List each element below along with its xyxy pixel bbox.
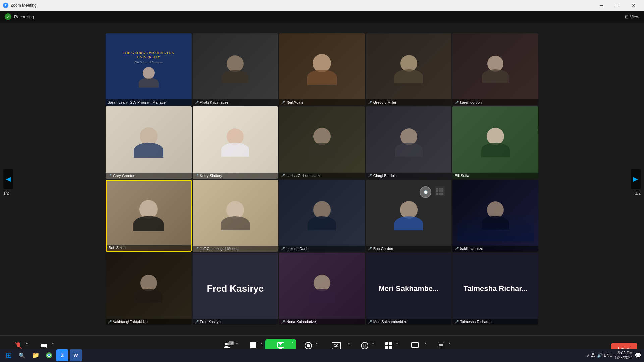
video-tile-jeff[interactable]: 🎤 Jeff Cummings | Mentor (193, 180, 278, 252)
mute-icon-akaki: 🎤 (195, 101, 199, 104)
video-tile-neil[interactable]: 🎤 Neil Agate (279, 33, 365, 105)
video-tile-kerry[interactable]: 🎤 Kerry Slattery (193, 106, 278, 178)
video-tile-bob-gordon[interactable]: 🕐 🎤 Bob Gordon (366, 180, 452, 252)
meri-display-name: Meri Sakhambe... (375, 284, 442, 293)
tile-name-bill: Bill Suffa (452, 173, 538, 179)
tile-name-sarah: Sarah Leary_GW Program Manager (106, 99, 192, 105)
word-button[interactable]: W (70, 349, 82, 361)
zoom-taskbar-button[interactable]: Z (56, 349, 68, 361)
video-tile-talmesha[interactable]: Talmesha Richar... 🎤 Talmesha Richards (452, 253, 538, 325)
start-menu-button[interactable]: ⊞ (3, 349, 15, 361)
volume-icon[interactable]: 🔊 (597, 353, 603, 358)
fred-display-name: Fred Kasirye (204, 283, 267, 294)
close-button[interactable]: ✕ (626, 0, 641, 11)
time: 6:03 PM (615, 351, 633, 355)
mute-icon-vakhtangi: 🎤 (108, 320, 112, 324)
mute-icon-talmesha: 🎤 (454, 320, 459, 324)
tile-name-text-bob-smith: Bob Smith (109, 246, 126, 250)
video-tile-bill[interactable]: Bill Suffa (452, 106, 538, 178)
tile-name-text-talmesha: Talmesha Richards (460, 320, 491, 324)
reactions-caret[interactable]: ▲ (372, 342, 374, 345)
video-tile-irakli[interactable]: 🎤 irakli svanidze (452, 180, 538, 252)
recording-bar: Recording ⊞ View (0, 11, 644, 23)
view-label: ⊞ View (625, 14, 639, 19)
video-tile-sarah[interactable]: THE GEORGE WASHINGTONUNIVERSITY GW Schoo… (106, 33, 192, 105)
minimize-button[interactable]: ─ (594, 0, 609, 11)
tile-name-meri: 🎤 Meri Sakhamberidze (366, 319, 452, 325)
svg-rect-13 (385, 342, 388, 345)
prev-page-button[interactable]: ◀ (3, 169, 13, 189)
video-tile-karen[interactable]: 🎤 karen gordon (452, 33, 538, 105)
tile-name-text-giorgi: Giorgi Burduli (373, 174, 396, 178)
svg-point-27 (48, 354, 50, 356)
tile-name-akaki: 🎤 Akaki Kapanadze (193, 99, 278, 105)
tile-name-text-kerry: Kerry Slattery (200, 174, 222, 178)
video-tile-gregory[interactable]: 🎤 Gregory Miller (366, 33, 452, 105)
file-explorer-button[interactable]: 📁 (30, 349, 42, 361)
tile-name-talmesha: 🎤 Talmesha Richards (452, 319, 538, 325)
video-tile-giorgi[interactable]: 🎤 Giorgi Burduli (366, 106, 452, 178)
window-title: Zoom Meeting (11, 3, 594, 8)
maximize-button[interactable]: □ (610, 0, 625, 11)
captions-caret[interactable]: ▲ (347, 342, 350, 345)
tile-name-text-vakhtangi: Vakhtangi Taktakidze (113, 320, 148, 324)
main-video-area: ◀ 1/2 ▶ 1/2 THE GEORGE WASHINGTONUNIVERS… (0, 23, 644, 335)
tile-name-text-nona: Nona Kalandadze (286, 320, 316, 324)
video-tile-fred[interactable]: Fred Kasirye 🎤 Fred Kasirye (193, 253, 278, 325)
recording-label: Recording (14, 14, 34, 19)
chrome-button[interactable] (43, 349, 55, 361)
share-screen-caret[interactable]: ▲ (291, 341, 294, 344)
tile-name-gary: 🎤 Gary Grenter (106, 173, 192, 179)
mute-icon-gregory: 🎤 (368, 101, 372, 104)
video-tile-lokesh[interactable]: 🎤 Lokesh Dani (279, 180, 365, 252)
tile-name-jeff: 🎤 Jeff Cummings | Mentor (193, 246, 278, 252)
video-tile-gary[interactable]: 🎤 Gary Grenter (106, 106, 192, 178)
mute-icon-lasha: 🎤 (281, 174, 285, 177)
tile-name-text-lasha: Lasha Chiburdanidze (286, 174, 321, 178)
notes-caret[interactable]: ▲ (448, 342, 451, 345)
system-tray: ∧ 🖧 🔊 ENG (587, 353, 613, 358)
tile-name-text-neil: Neil Agate (286, 100, 303, 104)
participants-caret[interactable]: ▲ (236, 342, 238, 345)
tile-name-text-lokesh: Lokesh Dani (286, 247, 307, 251)
tile-name-kerry: 🎤 Kerry Slattery (193, 173, 278, 179)
video-tile-bob-smith[interactable]: Bob Smith (106, 180, 192, 252)
whiteboards-caret[interactable]: ▲ (424, 342, 427, 345)
record-caret[interactable]: ▲ (315, 342, 318, 345)
video-tile-vakhtangi[interactable]: 🎤 Vakhtangi Taktakidze (106, 253, 192, 325)
mute-icon-neil: 🎤 (281, 101, 285, 104)
tile-name-text-akaki: Akaki Kapanadze (200, 100, 229, 104)
notification-button[interactable]: 💬 (635, 352, 641, 359)
tray-chevron[interactable]: ∧ (587, 353, 590, 358)
taskbar-apps: ⊞ 🔍 📁 Z W (3, 349, 82, 361)
search-button[interactable]: 🔍 (16, 349, 28, 361)
video-tile-akaki[interactable]: 🎤 Akaki Kapanadze (193, 33, 278, 105)
window-controls: ─ □ ✕ (594, 0, 641, 11)
tile-name-vakhtangi: 🎤 Vakhtangi Taktakidze (106, 319, 192, 325)
mute-icon-kerry: 🎤 (195, 174, 199, 177)
mute-icon-karen: 🎤 (454, 101, 459, 104)
svg-point-12 (365, 345, 366, 346)
mute-icon-giorgi: 🎤 (368, 174, 372, 177)
svg-text:Z: Z (5, 4, 7, 7)
apps-caret[interactable]: ▲ (396, 342, 398, 345)
chat-caret[interactable]: ▲ (260, 342, 263, 345)
svg-text:CC: CC (334, 344, 338, 348)
unmute-caret[interactable]: ▲ (25, 342, 28, 345)
svg-rect-14 (389, 342, 392, 345)
tile-name-bob-gordon: 🎤 Bob Gordon (366, 246, 452, 252)
tile-name-karen: 🎤 karen gordon (452, 99, 538, 105)
stop-video-caret[interactable]: ▲ (52, 342, 54, 345)
recording-dot (5, 13, 11, 20)
clock[interactable]: 6:03 PM 1/23/2024 (615, 351, 633, 360)
tile-name-text-meri: Meri Sakhamberidze (373, 320, 407, 324)
page-indicator-left: 1/2 (3, 191, 9, 196)
video-tile-meri[interactable]: Meri Sakhambe... 🎤 Meri Sakhamberidze (366, 253, 452, 325)
mute-icon-fred: 🎤 (195, 320, 199, 324)
video-grid: THE GEORGE WASHINGTONUNIVERSITY GW Schoo… (106, 33, 538, 325)
video-tile-nona[interactable]: 🎤 Nona Kalandadze (279, 253, 365, 325)
video-tile-lasha[interactable]: 🎤 Lasha Chiburdanidze (279, 106, 365, 178)
view-button[interactable]: ⊞ View (625, 14, 639, 19)
tile-name-neil: 🎤 Neil Agate (279, 99, 365, 105)
next-page-button[interactable]: ▶ (631, 169, 641, 189)
